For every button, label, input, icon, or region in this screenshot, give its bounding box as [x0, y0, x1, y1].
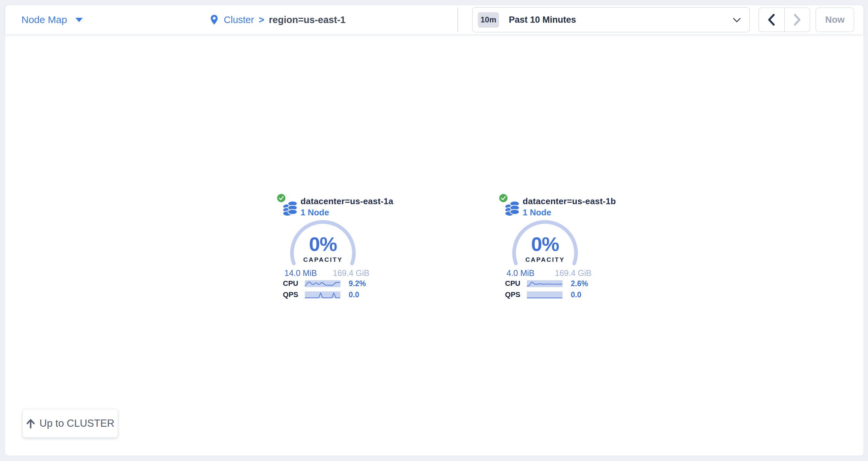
- node-map-page: { "header": { "view_selector": { "label"…: [0, 0, 868, 461]
- cpu-value: 2.6%: [571, 279, 588, 288]
- qps-label: QPS: [496, 290, 520, 299]
- breadcrumb-cluster-link[interactable]: Cluster: [224, 14, 254, 25]
- up-to-cluster-label: Up to CLUSTER: [39, 418, 114, 429]
- zone-us-east-1b[interactable]: datacenter=us-east-1b 1 Node 0% CAPACITY…: [496, 193, 594, 301]
- view-selector-label: Node Map: [22, 14, 67, 25]
- capacity-values: 14.0 MiB 169.4 GiB: [284, 268, 369, 278]
- chevron-down-icon: [733, 18, 741, 22]
- map-canvas: [5, 5, 863, 455]
- capacity-total: 169.4 GiB: [333, 268, 369, 278]
- breadcrumb: Cluster > region=us-east-1: [209, 5, 346, 34]
- arrow-up-icon: [26, 418, 35, 429]
- up-to-cluster-button[interactable]: Up to CLUSTER: [23, 409, 118, 438]
- qps-value: 0.0: [571, 290, 581, 299]
- cpu-metric-row: CPU 2.6%: [496, 279, 594, 288]
- capacity-used: 4.0 MiB: [506, 268, 534, 278]
- capacity-values: 4.0 MiB 169.4 GiB: [506, 268, 591, 278]
- header-divider: [457, 7, 458, 32]
- capacity-label: CAPACITY: [274, 256, 372, 263]
- now-button[interactable]: Now: [816, 7, 854, 32]
- capacity-percent: 0%: [496, 234, 594, 255]
- capacity-percent: 0%: [274, 234, 372, 255]
- time-range-label: Past 10 Minutes: [509, 15, 576, 25]
- zone-node-count: 1 Node: [523, 207, 551, 218]
- time-pager: [758, 7, 810, 32]
- qps-label: QPS: [274, 290, 298, 299]
- chevron-left-icon: [767, 13, 776, 26]
- cpu-label: CPU: [274, 279, 298, 288]
- breadcrumb-current: region=us-east-1: [269, 14, 346, 25]
- cpu-metric-row: CPU 9.2%: [274, 279, 372, 288]
- capacity-total: 169.4 GiB: [555, 268, 591, 278]
- view-selector-dropdown[interactable]: Node Map: [22, 5, 83, 34]
- database-stack-icon: [282, 200, 299, 216]
- now-button-label: Now: [825, 14, 845, 25]
- caret-down-icon: [75, 18, 83, 22]
- location-pin-icon: [209, 13, 219, 26]
- cpu-sparkline: [527, 280, 562, 287]
- capacity-used: 14.0 MiB: [284, 268, 317, 278]
- chevron-right-icon: [793, 13, 801, 26]
- time-range-badge: 10m: [478, 12, 499, 28]
- qps-metric-row: QPS 0.0: [496, 291, 594, 299]
- time-forward-button[interactable]: [785, 8, 810, 32]
- zone-name: datacenter=us-east-1b: [523, 196, 616, 206]
- zone-us-east-1a[interactable]: datacenter=us-east-1a 1 Node 0% CAPACITY…: [274, 193, 372, 301]
- cpu-value: 9.2%: [349, 279, 366, 288]
- cpu-label: CPU: [496, 279, 520, 288]
- zone-name: datacenter=us-east-1a: [301, 196, 394, 206]
- breadcrumb-separator: >: [259, 14, 264, 25]
- zone-node-count: 1 Node: [301, 207, 329, 218]
- database-stack-icon: [504, 200, 521, 216]
- qps-sparkline: [527, 291, 562, 298]
- header-bar: Node Map Cluster > region=us-east-1 10m …: [5, 5, 863, 34]
- qps-metric-row: QPS 0.0: [274, 291, 372, 299]
- capacity-label: CAPACITY: [496, 256, 594, 263]
- cpu-sparkline: [305, 280, 340, 287]
- qps-value: 0.0: [349, 290, 359, 299]
- time-range-dropdown[interactable]: 10m Past 10 Minutes: [472, 7, 750, 32]
- time-back-button[interactable]: [759, 8, 785, 32]
- qps-sparkline: [305, 291, 340, 298]
